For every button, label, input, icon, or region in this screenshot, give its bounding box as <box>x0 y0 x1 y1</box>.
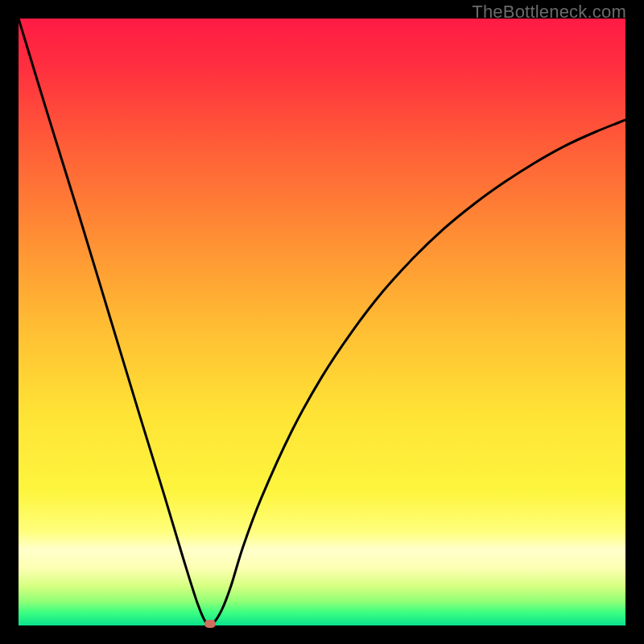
chart-area <box>19 19 625 625</box>
svg-rect-0 <box>19 19 625 625</box>
watermark-text: TheBottleneck.com <box>472 2 626 23</box>
minimum-marker <box>204 620 216 628</box>
gradient-background <box>19 19 625 625</box>
